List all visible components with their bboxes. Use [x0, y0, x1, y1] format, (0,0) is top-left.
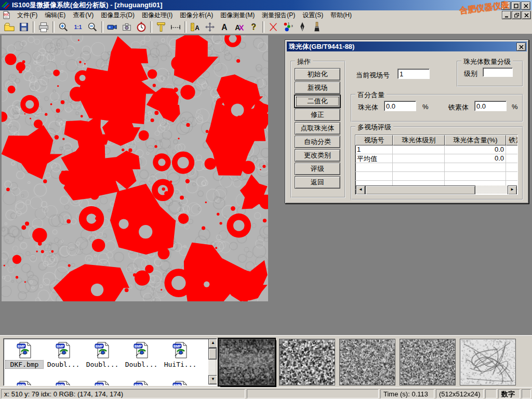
curve-tool-icon[interactable]	[266, 20, 281, 34]
ferrite-percent-input[interactable]	[474, 101, 507, 111]
op-button-9[interactable]: 返回	[295, 176, 340, 189]
file-item[interactable]: BMPDKF.bmp	[6, 341, 43, 368]
scroll-up-button[interactable]: ▲	[208, 339, 217, 348]
child-window-controls	[501, 11, 531, 19]
dialog-close-button[interactable]	[516, 43, 526, 51]
text-icon[interactable]: A	[217, 20, 232, 34]
zoom-out-icon[interactable]	[85, 20, 100, 34]
video-camera-icon[interactable]	[105, 20, 119, 34]
rating-table[interactable]: 视场号珠光体级别珠光体含量(%)铁素体含量(%) 10.0平均值0.0 ◄ ►	[355, 135, 518, 195]
dialog-title-bar[interactable]: 珠光体(GB/T9441-88)	[287, 42, 527, 51]
svg-text:?: ?	[251, 22, 256, 31]
table-row[interactable]: 10.0	[355, 145, 517, 154]
minimize-button[interactable]	[502, 11, 511, 19]
text-delete-icon[interactable]: A	[232, 20, 246, 34]
table-row[interactable]	[355, 163, 517, 172]
pen-icon[interactable]	[295, 20, 310, 34]
file-name[interactable]: Doubl...	[45, 361, 82, 368]
percent-group-label: 百分含量	[355, 90, 387, 100]
file-item-partial[interactable]: BMP	[162, 380, 199, 386]
scroll-down-button[interactable]: ▼	[208, 375, 217, 384]
save-icon[interactable]	[17, 20, 31, 34]
thumbnail-4[interactable]	[400, 339, 456, 385]
toolbar-separator	[150, 21, 152, 33]
svg-text:BMP: BMP	[57, 383, 64, 387]
menu-item-10[interactable]: 帮助(H)	[327, 10, 355, 20]
menu-item-3[interactable]: 查看(V)	[69, 10, 97, 20]
svg-text:1:1: 1:1	[74, 24, 82, 30]
restore-button[interactable]	[512, 11, 521, 19]
snapshot-camera-icon[interactable]	[119, 20, 134, 34]
file-item-partial[interactable]: BMP	[6, 380, 43, 386]
print-icon[interactable]	[36, 20, 51, 34]
menu-item-5[interactable]: 图像处理(I)	[138, 10, 176, 20]
op-button-3[interactable]: 二值化	[295, 95, 340, 108]
file-item-partial[interactable]: BMP	[123, 380, 160, 386]
thumbnail-3[interactable]	[339, 339, 395, 385]
op-button-8[interactable]: 评级	[295, 163, 340, 175]
menu-item-6[interactable]: 图像分析(A)	[176, 10, 217, 20]
zoom-in-icon[interactable]	[56, 20, 71, 34]
cursor-info: x: 510 y: 79 idx: 0 RGB: (174, 174, 174)	[1, 389, 245, 398]
title-bar[interactable]: IS100显微摄像系统(金相分析版) - [zhuguangti01]	[0, 0, 532, 10]
minimize-button[interactable]	[501, 2, 511, 10]
file-item[interactable]: BMPDoubl...	[45, 341, 82, 368]
ruler-icon[interactable]	[168, 20, 183, 34]
actual-size-icon[interactable]: 1:1	[71, 20, 85, 34]
file-name[interactable]: DKF.bmp	[6, 361, 43, 368]
help-icon[interactable]: ??	[246, 20, 261, 34]
table-row[interactable]	[355, 172, 517, 181]
caliper-icon[interactable]	[154, 20, 168, 34]
menu-item-8[interactable]: 测量报告(P)	[258, 10, 299, 20]
file-item[interactable]: BMPHuiTi...	[162, 341, 199, 368]
move-icon[interactable]	[203, 20, 217, 34]
op-button-1[interactable]: 初始化	[295, 68, 340, 81]
file-item[interactable]: BMPDoubl...	[84, 341, 121, 368]
file-name[interactable]: Doubl...	[84, 361, 121, 368]
table-header-row: 视场号珠光体级别珠光体含量(%)铁素体含量(%)	[355, 135, 517, 145]
menu-item-9[interactable]: 设置(S)	[299, 10, 327, 20]
menu-item-2[interactable]: 编辑(E)	[41, 10, 69, 20]
timer-icon[interactable]	[134, 20, 149, 34]
file-item-partial[interactable]: BMP	[84, 380, 121, 386]
file-name[interactable]: Doubl...	[123, 361, 160, 368]
thumbnail-1[interactable]	[219, 339, 275, 385]
pearlite-percent-input[interactable]	[384, 101, 416, 111]
table-hscrollbar[interactable]: ◄ ►	[356, 185, 517, 194]
file-item-partial[interactable]: BMP	[45, 380, 82, 386]
file-list[interactable]: ▲ ▼ BMPDKF.bmpBMPDoubl...BMPDoubl...BMPD…	[3, 338, 217, 386]
op-button-5[interactable]: 点取珠光体	[295, 122, 340, 135]
toolbar-separator	[52, 21, 55, 33]
toolbar-separator	[101, 21, 103, 33]
thumbnail-2[interactable]	[279, 339, 335, 385]
op-button-7[interactable]: 更改类别	[295, 149, 340, 162]
table-cell	[445, 163, 506, 172]
table-row[interactable]: 平均值0.0	[355, 154, 517, 163]
close-button[interactable]	[521, 2, 530, 10]
scroll-thumb[interactable]	[365, 185, 475, 195]
level-input[interactable]	[483, 68, 513, 77]
maximize-button[interactable]	[511, 2, 521, 10]
brush-icon[interactable]	[310, 20, 324, 34]
op-button-2[interactable]: 新视场	[295, 82, 340, 94]
current-field-input[interactable]	[397, 69, 430, 79]
menu-item-7[interactable]: 图像测量(M)	[217, 10, 258, 20]
op-button-4[interactable]: 修正	[295, 109, 340, 121]
op-button-6[interactable]: 自动分类	[295, 136, 340, 148]
menu-item-4[interactable]: 图像显示(D)	[97, 10, 138, 20]
measure-text-icon[interactable]: A	[188, 20, 203, 34]
menu-item-1[interactable]: 文件(F)	[14, 10, 41, 20]
thumbnail-5[interactable]	[460, 339, 516, 385]
ferrite-unit: %	[512, 103, 518, 111]
close-button[interactable]	[522, 11, 531, 19]
file-name[interactable]: HuiTi...	[162, 361, 199, 368]
classify-points-icon[interactable]: 13	[281, 20, 295, 34]
filelist-vscrollbar[interactable]: ▲ ▼	[208, 339, 217, 384]
file-item[interactable]: BMPDoubl...	[123, 341, 160, 368]
table-cell	[506, 154, 518, 163]
metallographic-image[interactable]	[2, 35, 268, 301]
open-icon[interactable]	[2, 20, 17, 34]
scroll-left-button[interactable]: ◄	[356, 185, 365, 195]
scroll-right-button[interactable]: ►	[508, 185, 517, 195]
table-header: 铁素体含量(%)	[506, 135, 518, 145]
